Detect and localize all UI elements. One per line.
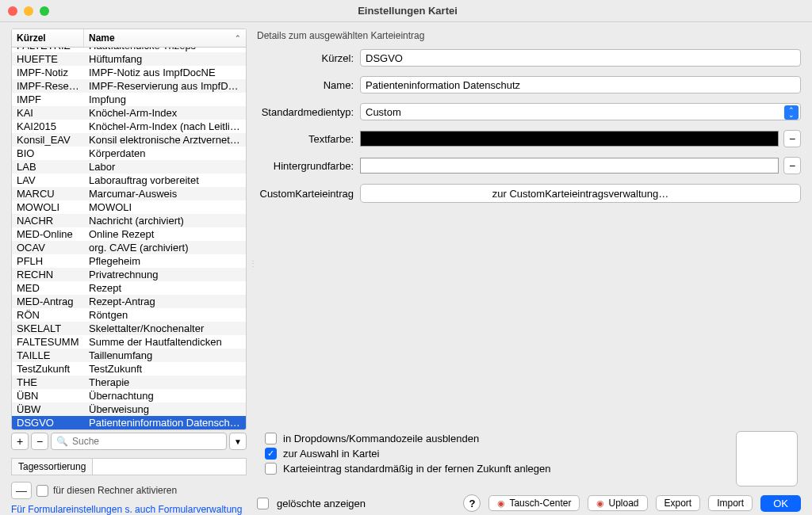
table-row[interactable]: BIOKörperdaten (12, 147, 246, 160)
medientyp-label: Standardmedientyp: (257, 106, 360, 118)
search-input[interactable] (72, 436, 221, 447)
medientyp-select[interactable]: Custom ⌃⌄ (360, 103, 801, 120)
table-row[interactable]: ÜBNÜbernachtung (12, 389, 246, 402)
splitter[interactable] (250, 22, 254, 515)
help-button[interactable]: ? (463, 494, 481, 512)
table-row[interactable]: PFLHPflegeheim (12, 254, 246, 268)
filter-button[interactable]: ▼ (229, 433, 247, 450)
table-row[interactable]: TAILLETaillenumfang (12, 349, 246, 362)
table-row[interactable]: IMPFImpfung (12, 93, 246, 106)
cell-name: MOWOLI (84, 200, 246, 214)
footer: gelöschte anzeigen ? ◉ Tausch-Center ◉ U… (257, 486, 801, 515)
table-row[interactable]: IMPF-Reservi...IMPF-Reservierung aus Imp… (12, 79, 246, 93)
table-body[interactable]: FALTETRIZHautfaltendicke TrizepsHUEFTEHü… (12, 48, 246, 429)
table-row[interactable]: LABLabor (12, 160, 246, 174)
cell-kurzel: DSGVO (12, 416, 84, 429)
add-button[interactable]: + (11, 433, 29, 450)
cell-kurzel: ÜBN (12, 389, 84, 402)
cube-icon: ◉ (497, 498, 505, 509)
upload-button[interactable]: ◉ Upload (588, 495, 647, 511)
cell-kurzel: MED (12, 281, 84, 295)
table-row[interactable]: RECHNPrivatrechnung (12, 268, 246, 281)
table-row[interactable]: NACHRNachricht (archiviert) (12, 214, 246, 227)
chk-dropdown[interactable] (265, 433, 277, 444)
table-row[interactable]: KAIKnöchel-Arm-Index (12, 106, 246, 120)
table-row[interactable]: MARCUMarcumar-Ausweis (12, 187, 246, 200)
activate-dash-button[interactable]: — (11, 482, 32, 499)
activate-label: für diesen Rechner aktivieren (53, 485, 177, 496)
table-row[interactable]: FALTESUMMSumme der Hautfaltendicken (12, 335, 246, 349)
table-row[interactable]: TestZukunftTestZukunft (12, 362, 246, 376)
cell-kurzel: LAV (12, 174, 84, 187)
tagessort-value[interactable] (93, 459, 246, 475)
cell-kurzel: PFLH (12, 254, 84, 268)
cell-kurzel: KAI2015 (12, 120, 84, 133)
textfarbe-clear-button[interactable]: − (783, 130, 801, 147)
table-row[interactable]: MEDRezept (12, 281, 246, 295)
table-row[interactable]: ÜBWÜberweisung (12, 402, 246, 416)
details-header: Details zum ausgewählten Karteieintrag (257, 29, 801, 44)
table-row[interactable]: Konsil_EAVKonsil elektronische Arztverne… (12, 133, 246, 147)
cell-kurzel: OCAV (12, 241, 84, 254)
cell-name: Marcumar-Ausweis (84, 187, 246, 200)
table-row[interactable]: MED-AntragRezept-Antrag (12, 295, 246, 308)
search-box[interactable]: 🔍 (51, 433, 227, 450)
cell-kurzel: NACHR (12, 214, 84, 227)
table-row[interactable]: IMPF-NotizIMPF-Notiz aus ImpfDocNE (12, 66, 246, 79)
table-row[interactable]: KAI2015Knöchel-Arm-Index (nach Leitlini.… (12, 120, 246, 133)
import-button[interactable]: Import (708, 495, 753, 511)
custom-manage-button[interactable]: zur CustomKarteieintragsverwaltung… (360, 184, 801, 203)
table-row[interactable]: SKELALTSkelettalter/Knochenalter (12, 322, 246, 335)
name-label: Name: (257, 79, 360, 91)
textfarbe-color[interactable] (360, 131, 779, 147)
name-input[interactable] (360, 76, 801, 93)
ok-button[interactable]: OK (760, 495, 801, 512)
tausch-center-button[interactable]: ◉ Tausch-Center (488, 495, 580, 511)
table-row[interactable]: LAVLaborauftrag vorbereitet (12, 174, 246, 187)
cell-name: Rezept-Antrag (84, 295, 246, 308)
search-icon: 🔍 (56, 436, 68, 447)
cell-name: Patienteninformation Datenschutz (84, 416, 246, 429)
table-header: Kürzel Name ⌃ (12, 29, 246, 48)
sort-indicator-icon: ⌃ (235, 34, 241, 42)
cell-kurzel: MED-Online (12, 227, 84, 241)
cell-kurzel: BIO (12, 147, 84, 160)
remove-button[interactable]: − (31, 433, 48, 450)
cell-name: Therapie (84, 376, 246, 389)
hgfarbe-clear-button[interactable]: − (783, 157, 801, 174)
cell-name: IMPF-Notiz aus ImpfDocNE (84, 66, 246, 79)
cell-name: Labor (84, 160, 246, 174)
table-row[interactable]: DSGVOPatienteninformation Datenschutz (12, 416, 246, 429)
cell-kurzel: TAILLE (12, 349, 84, 362)
column-kurzel[interactable]: Kürzel (12, 29, 84, 47)
chk-deleted[interactable] (257, 498, 269, 509)
chevron-updown-icon: ⌃⌄ (784, 105, 799, 120)
table-row[interactable]: MOWOLIMOWOLI (12, 200, 246, 214)
column-name[interactable]: Name ⌃ (84, 29, 246, 47)
cell-kurzel: FALTESUMM (12, 335, 84, 349)
table-row[interactable]: HUEFTEHüftumfang (12, 52, 246, 66)
activate-checkbox[interactable] (36, 485, 48, 497)
cell-name: Skelettalter/Knochenalter (84, 322, 246, 335)
cell-name: Online Rezept (84, 227, 246, 241)
kurzel-input[interactable] (360, 49, 801, 67)
cell-kurzel: THE (12, 376, 84, 389)
table-row[interactable]: RÖNRöntgen (12, 308, 246, 322)
tausch-label: Tausch-Center (509, 498, 571, 509)
hgfarbe-color[interactable] (360, 158, 779, 174)
cell-kurzel: MARCU (12, 187, 84, 200)
main: Kürzel Name ⌃ FALTETRIZHautfaltendicke T… (0, 22, 812, 515)
activate-row: — für diesen Rechner aktivieren (11, 482, 247, 499)
kurzel-label: Kürzel: (257, 52, 360, 64)
form-settings-link[interactable]: Für Formulareinstellungen s. auch Formul… (11, 504, 247, 515)
chk-zukunft[interactable] (265, 463, 277, 475)
chk-auswahl[interactable]: ✓ (265, 448, 277, 460)
right-pane: Details zum ausgewählten Karteieintrag K… (254, 22, 812, 515)
cell-name: Nachricht (archiviert) (84, 214, 246, 227)
table-row[interactable]: THETherapie (12, 376, 246, 389)
table-row[interactable]: MED-OnlineOnline Rezept (12, 227, 246, 241)
export-button[interactable]: Export (656, 495, 701, 511)
cell-name: Übernachtung (84, 389, 246, 402)
table-row[interactable]: OCAVorg. CAVE (archiviert) (12, 241, 246, 254)
column-kurzel-label: Kürzel (17, 32, 46, 44)
